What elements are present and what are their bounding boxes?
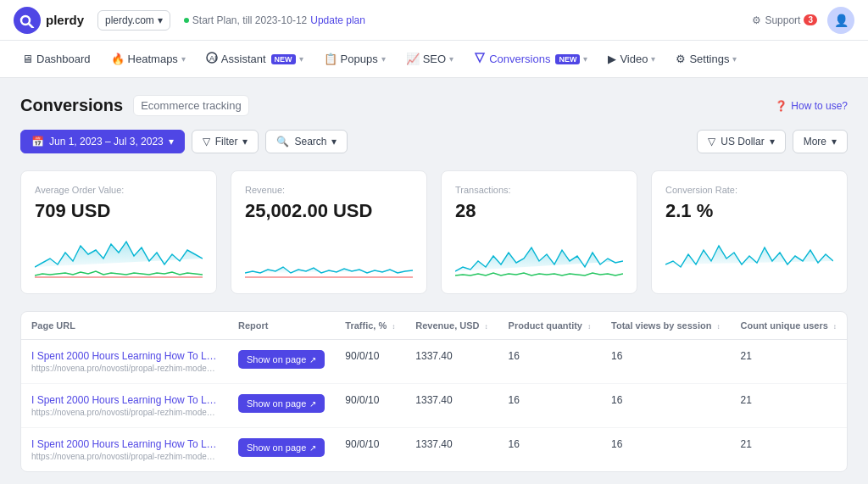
nav-label-heatmaps: Heatmaps bbox=[128, 53, 178, 65]
chart-conversion bbox=[665, 229, 833, 280]
nav-item-dashboard[interactable]: 🖥 Dashboard bbox=[14, 47, 99, 70]
support-button[interactable]: ⚙ Support 3 bbox=[752, 14, 817, 26]
col-product-qty[interactable]: Product quantity ↕ bbox=[498, 312, 601, 340]
nav-label-video: Video bbox=[620, 53, 648, 65]
metric-value-conversion: 2.1 % bbox=[665, 200, 833, 222]
heatmaps-icon: 🔥 bbox=[111, 53, 125, 65]
currency-button[interactable]: ▽ US Dollar ▾ bbox=[697, 130, 785, 153]
metric-label-aov: Average Order Value: bbox=[35, 185, 203, 195]
popups-icon: 📋 bbox=[324, 53, 337, 65]
nav-label-assistant: Assistant bbox=[221, 53, 266, 65]
assistant-icon: AI bbox=[206, 52, 218, 66]
nav-label-conversions: Conversions bbox=[489, 53, 550, 65]
plan-text: Start Plan, till 2023-10-12 bbox=[192, 14, 307, 26]
external-link-icon: ↗ bbox=[309, 399, 316, 409]
cell-traffic: 90/0/10 bbox=[335, 428, 405, 472]
cell-revenue: 1337.40 bbox=[405, 384, 498, 428]
more-label: More bbox=[804, 136, 826, 147]
page-title: Conversions bbox=[20, 96, 123, 115]
cell-report: Show on page ↗ bbox=[228, 384, 335, 428]
breadcrumb-tab[interactable]: Ecommerce tracking bbox=[133, 95, 248, 116]
more-button[interactable]: More ▾ bbox=[793, 130, 848, 153]
site-name: plerdy.com bbox=[105, 14, 154, 26]
search-button[interactable]: 🔍 Search ▾ bbox=[265, 130, 348, 153]
site-selector[interactable]: plerdy.com ▾ bbox=[97, 10, 170, 31]
date-range-button[interactable]: 📅 Jun 1, 2023 – Jul 3, 2023 ▾ bbox=[20, 130, 185, 153]
nav-item-popups[interactable]: 📋 Popups ▾ bbox=[315, 47, 394, 70]
show-on-page-button[interactable]: Show on page ↗ bbox=[238, 394, 325, 413]
help-icon: ❓ bbox=[775, 100, 787, 112]
metric-label-revenue: Revenue: bbox=[245, 185, 413, 195]
cell-page-url: I Spent 2000 Hours Learning How To Learn… bbox=[21, 340, 228, 384]
sort-icon: ↕ bbox=[485, 323, 488, 331]
nav-label-seo: SEO bbox=[423, 53, 446, 65]
chevron-down-icon: ▾ bbox=[583, 54, 587, 64]
col-page-url: Page URL bbox=[21, 312, 228, 340]
chart-transactions bbox=[455, 229, 623, 280]
help-link[interactable]: ❓ How to use? bbox=[775, 100, 848, 112]
cell-product-qty: 16 bbox=[498, 340, 601, 384]
chart-aov bbox=[35, 229, 203, 280]
table-row: I Spent 2000 Hours Learning How To Learn… bbox=[21, 428, 848, 472]
table-row: I Spent 2000 Hours Learning How To Learn… bbox=[21, 384, 848, 428]
page-url-title[interactable]: I Spent 2000 Hours Learning How To Learn… bbox=[31, 394, 218, 406]
chart-revenue bbox=[245, 229, 413, 280]
filter-icon: ▽ bbox=[203, 136, 210, 147]
date-range-label: Jun 1, 2023 – Jul 3, 2023 bbox=[49, 136, 164, 147]
col-unique-views[interactable]: Unique views by session ↕ bbox=[847, 312, 848, 340]
currency-label: US Dollar bbox=[721, 136, 764, 147]
chevron-down-icon: ▾ bbox=[181, 54, 186, 64]
nav-item-assistant[interactable]: AI Assistant NEW ▾ bbox=[198, 47, 312, 71]
page-url-title[interactable]: I Spent 2000 Hours Learning How To Learn… bbox=[31, 438, 218, 450]
cell-total-views: 16 bbox=[601, 340, 730, 384]
metric-value-aov: 709 USD bbox=[35, 200, 203, 222]
show-on-page-button[interactable]: Show on page ↗ bbox=[238, 438, 325, 457]
svg-text:AI: AI bbox=[209, 54, 217, 63]
dashboard-icon: 🖥 bbox=[22, 53, 33, 65]
chevron-down-icon: ▾ bbox=[169, 136, 174, 147]
nav-item-conversions[interactable]: Conversions NEW ▾ bbox=[465, 47, 596, 71]
nav-label-settings: Settings bbox=[689, 53, 729, 65]
nav-item-heatmaps[interactable]: 🔥 Heatmaps ▾ bbox=[103, 47, 194, 70]
svg-marker-4 bbox=[476, 53, 484, 62]
external-link-icon: ↗ bbox=[309, 355, 316, 364]
update-plan-link[interactable]: Update plan bbox=[310, 14, 365, 26]
svg-line-1 bbox=[29, 24, 33, 28]
nav-item-seo[interactable]: 📈 SEO ▾ bbox=[398, 47, 462, 70]
cell-revenue: 1337.40 bbox=[405, 428, 498, 472]
metric-label-conversion: Conversion Rate: bbox=[665, 185, 833, 195]
avatar[interactable]: 👤 bbox=[827, 7, 854, 34]
show-on-page-button[interactable]: Show on page ↗ bbox=[238, 350, 325, 369]
nav-label-dashboard: Dashboard bbox=[36, 53, 91, 65]
cell-total-views: 16 bbox=[601, 384, 730, 428]
cell-product-qty: 16 bbox=[498, 384, 601, 428]
page-header: Conversions Ecommerce tracking ❓ How to … bbox=[20, 95, 848, 116]
cell-unique-views: 14 bbox=[847, 384, 848, 428]
nav-item-settings[interactable]: ⚙ Settings ▾ bbox=[667, 47, 745, 70]
page-url-title[interactable]: I Spent 2000 Hours Learning How To Learn… bbox=[31, 350, 218, 362]
filter-button[interactable]: ▽ Filter ▾ bbox=[192, 130, 259, 153]
cell-report: Show on page ↗ bbox=[228, 428, 335, 472]
new-badge: NEW bbox=[271, 54, 296, 64]
plan-badge: Start Plan, till 2023-10-12 Update plan bbox=[184, 14, 365, 26]
metric-value-transactions: 28 bbox=[455, 200, 623, 222]
col-revenue[interactable]: Revenue, USD ↕ bbox=[405, 312, 498, 340]
conversions-icon bbox=[474, 52, 486, 66]
logo-text: plerdy bbox=[46, 13, 84, 27]
support-badge: 3 bbox=[804, 14, 817, 25]
table-row: I Spent 2000 Hours Learning How To Learn… bbox=[21, 340, 848, 384]
nav-item-video[interactable]: ▶ Video ▾ bbox=[599, 47, 664, 70]
cell-revenue: 1337.40 bbox=[405, 340, 498, 384]
nav-label-popups: Popups bbox=[341, 53, 378, 65]
search-icon: 🔍 bbox=[276, 136, 289, 147]
settings-icon: ⚙ bbox=[676, 53, 686, 65]
col-traffic[interactable]: Traffic, % ↕ bbox=[335, 312, 405, 340]
chevron-down-icon: ▾ bbox=[770, 136, 775, 147]
metric-card-conversion: Conversion Rate: 2.1 % bbox=[651, 170, 848, 294]
logo-icon bbox=[14, 7, 41, 34]
cell-traffic: 90/0/10 bbox=[335, 384, 405, 428]
col-total-views[interactable]: Total views by session ↕ bbox=[601, 312, 730, 340]
col-count-unique[interactable]: Count unique users ↕ bbox=[731, 312, 847, 340]
metric-label-transactions: Transactions: bbox=[455, 185, 623, 195]
chevron-down-icon: ▾ bbox=[732, 54, 737, 64]
